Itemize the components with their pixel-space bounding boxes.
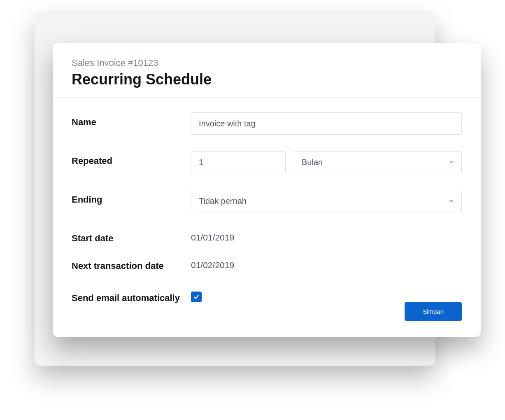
send-email-label: Send email automatically [72, 288, 191, 304]
modal-header: Sales Invoice #10123 Recurring Schedule [53, 43, 481, 98]
save-button[interactable]: Simpan [405, 302, 462, 321]
repeated-unit-select[interactable]: Bulan [294, 151, 462, 173]
repeated-row: Repeated Bulan [72, 151, 462, 173]
name-input[interactable] [191, 112, 462, 135]
start-date-label: Start date [72, 229, 191, 245]
ending-label: Ending [72, 190, 191, 206]
next-date-row: Next transaction date 01/02/2019 [72, 256, 462, 272]
repeated-count-input[interactable] [191, 151, 286, 173]
repeated-label: Repeated [72, 151, 191, 167]
next-transaction-date-label: Next transaction date [72, 256, 191, 272]
ending-row: Ending Tidak pernah [72, 190, 462, 212]
name-row: Name [72, 112, 462, 135]
modal-title: Recurring Schedule [72, 71, 462, 88]
check-icon [193, 294, 200, 300]
invoice-reference: Sales Invoice #10123 [72, 58, 462, 68]
send-email-checkbox[interactable] [191, 292, 202, 302]
start-date-value: 01/01/2019 [191, 229, 234, 243]
start-date-row: Start date 01/01/2019 [72, 229, 462, 245]
next-transaction-date-value: 01/02/2019 [191, 256, 234, 270]
send-email-row: Send email automatically [72, 288, 462, 304]
modal-body: Name Repeated Bulan Ending [53, 98, 481, 304]
name-label: Name [72, 112, 191, 128]
recurring-schedule-modal: Sales Invoice #10123 Recurring Schedule … [53, 43, 481, 337]
ending-select[interactable]: Tidak pernah [191, 190, 462, 212]
